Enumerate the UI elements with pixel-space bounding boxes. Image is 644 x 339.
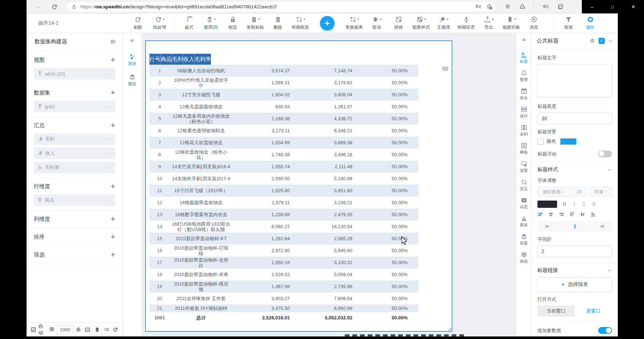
table-header-cell[interactable]: 收入 [183,54,195,65]
toolbar-item[interactable]: 浏览 [526,16,542,31]
toolbar-item[interactable]: 刷新 [130,16,146,31]
select-report-button[interactable]: +选择报表 [537,277,612,292]
read-aloud-icon[interactable] [475,4,481,10]
property-tab[interactable]: 表行 [520,106,528,119]
table-header-cell[interactable]: 行号 [149,54,161,65]
table-row[interactable]: 9 14克竹炭牙刷(四支装)616-4 1,055.74 2,111.48 50… [149,161,419,173]
property-tab[interactable]: 容器 [520,233,528,246]
field-chip[interactable]: fx 毛利率 ··· [34,162,115,173]
toolbar-item[interactable]: 删除 [270,16,286,31]
add-favorite-icon[interactable] [486,4,492,10]
sql-preview-icon[interactable] [85,327,90,333]
url-text[interactable]: https://ow.speedbi.cn/design?fdesign=tru… [80,4,470,9]
toolbar-item[interactable]: 锁定 [225,16,241,31]
table-row[interactable]: 16 2010新款带盖动物杯-叮噹猫 2,972.80 5,945.60 50.… [149,245,419,257]
grid-widget[interactable]: 行号商品毛利收入毛利率 1 08版懒人虫自动扫地机 3,574.37 7,148… [145,40,452,332]
title-link-section[interactable]: 标题链接 [537,267,612,274]
property-tab[interactable]: 图表 [520,215,528,228]
add-widget-button[interactable] [320,16,335,31]
browser-back-icon[interactable]: ← [35,3,41,11]
title-height-input[interactable] [537,113,612,124]
toolbar-item[interactable]: ▾ 批处理 [152,16,168,31]
table-row[interactable]: 10 14克纳米牙刷(四支装)517-4 2,590.50 5,180.99 5… [149,173,419,185]
append-param-toggle[interactable] [598,327,612,334]
window-minimize-button[interactable]: – [591,4,593,9]
field-chip[interactable]: .0 收入 ··· [34,148,115,159]
favorites-icon[interactable] [543,4,549,10]
table-row[interactable]: 18 2010新款带盖动物杯-米奇 2,529.02 5,058.04 50.0… [149,269,419,281]
font-color-swatch[interactable] [537,201,557,208]
add-field-button[interactable]: + [111,251,115,259]
table-row[interactable]: 15 2010新款带盖动物杯-KT 1,282.64 2,565.28 50.0… [149,233,419,245]
table-row[interactable]: 2 100%竹纤维儿童超柔软手巾 1,589.31 3,178.62 50.00… [149,77,419,89]
shield-icon[interactable] [505,4,511,9]
field-more-icon[interactable]: ··· [105,197,111,203]
collections-icon[interactable] [557,4,564,10]
snap-left-button[interactable] [545,223,551,229]
toolbar-item[interactable]: ▾ 联动 [369,16,385,31]
table-row[interactable]: 1 08版懒人虫自动扫地机 3,574.37 7,148.74 50.00% [149,65,419,77]
toolbar-item[interactable]: ▾ 主题库 [436,16,452,31]
toolbar-item[interactable]: ▾ 更换图表 [345,16,363,31]
toolbar-item[interactable]: 拼接 [391,16,407,31]
extensions-icon[interactable] [519,4,525,10]
property-tab[interactable]: 表列 [520,124,528,137]
add-field-button[interactable]: + [111,215,115,223]
toolbar-item[interactable]: 筛选 [560,16,576,31]
canvas-side-tab[interactable]: 数据 [128,53,136,66]
window-maximize-button[interactable]: □ [611,5,614,9]
table-row[interactable]: 5 12格无盖多用途内衣收纳盒（粉色小花） 2,168.36 4,336.72 … [149,113,419,125]
table-row[interactable]: 19 2010新款带盖动物杯-维尼熊 1,367.98 2,735.96 50.… [149,281,419,292]
panel-collapse-icon[interactable] [110,39,116,45]
field-chip[interactable]: T 商品 ··· [34,194,115,206]
letter-spacing-input[interactable] [537,246,612,257]
property-tab[interactable]: 报表 [520,251,528,264]
table-row[interactable]: 7 12格花儿软盖收纳盒 1,834.69 3,669.38 50.00% [149,137,419,149]
table-header-cell[interactable]: 毛利率 [195,54,211,65]
table-row[interactable]: 13 16格数字图案有盖内衣盒 1,239.68 2,479.35 50.00% [149,209,419,221]
title-style-section[interactable]: 标题样式 [537,166,612,173]
align-middle-button[interactable] [580,211,585,217]
align-bottom-button[interactable] [590,211,596,217]
auto-checkbox[interactable] [31,327,36,332]
design-canvas[interactable]: 行号商品毛利收入毛利率 1 08版懒人虫自动扫地机 3,574.37 7,148… [142,33,516,336]
refresh-icon[interactable] [113,327,118,332]
bg-color-checkbox[interactable] [537,138,544,145]
table-row[interactable]: 20 2011吉祥咪兔杯 五件套 3,803.27 7,606.54 50.00… [149,292,419,304]
toolbar-item[interactable]: 标尺 [181,16,197,31]
italic-button[interactable]: I [572,201,577,207]
toolbar-item[interactable]: ▾ 智能框架 [292,16,309,31]
table-row[interactable]: 21 2011年最新 DIY墙贴画钟 3,475.50 6,950.99 50.… [149,304,419,312]
field-more-icon[interactable]: ··· [105,71,111,77]
canvas-side-tab[interactable]: 图层 [128,74,136,87]
toolbar-item[interactable]: ▾ 视图切换 [503,16,520,31]
chevron-down-icon[interactable] [608,39,613,43]
toolbar-item[interactable]: 属性 [582,16,598,31]
toolbar-item[interactable]: ▾ 图表样式 [412,16,430,31]
field-chip[interactable]: T a81h (10) ··· [34,68,115,80]
snap-right-button[interactable] [599,223,605,229]
field-chip[interactable]: T grid1 ··· [34,101,115,112]
table-row[interactable]: 8 12格软盖收纳盒（粉色小花） 1,748.08 3,496.16 50.00… [149,149,419,161]
address-bar[interactable]: https://ow.speedbi.cn/design?fdesign=tru… [67,2,496,12]
table-row[interactable]: 6 12格素色透明收纳鞋盒 3,173.11 6,346.21 50.00% [149,125,419,137]
title-float-toggle[interactable] [598,150,612,157]
toolbar-item[interactable]: 智能语言 [457,16,475,31]
add-field-button[interactable]: + [111,89,115,97]
add-field-button[interactable]: + [111,182,115,190]
browser-refresh-icon[interactable] [51,4,57,10]
table-row[interactable]: 4 12格无盖圆圆收纳盒 630.54 1,261.07 50.00% [149,101,419,113]
property-tab[interactable]: 预警 [520,70,528,82]
gear-icon[interactable] [589,38,595,44]
snap-center-button[interactable] [572,223,578,229]
align-top-button[interactable] [569,211,575,217]
toolbar-item[interactable]: ▾ 复制粘贴 [247,16,264,31]
property-tab[interactable]: 设置 [520,161,528,173]
field-chip[interactable]: .0 毛利 ··· [34,133,115,145]
table-row[interactable]: 3 12寸安全磁性飞镖 1,804.02 3,608.04 50.00% [149,89,419,101]
property-tab[interactable]: 动态 [520,197,528,210]
font-size-input[interactable]: 15 [571,187,587,197]
field-more-icon[interactable]: ··· [105,136,111,142]
align-center-button[interactable] [548,211,554,217]
table-header-cell[interactable]: 毛利 [172,54,183,65]
